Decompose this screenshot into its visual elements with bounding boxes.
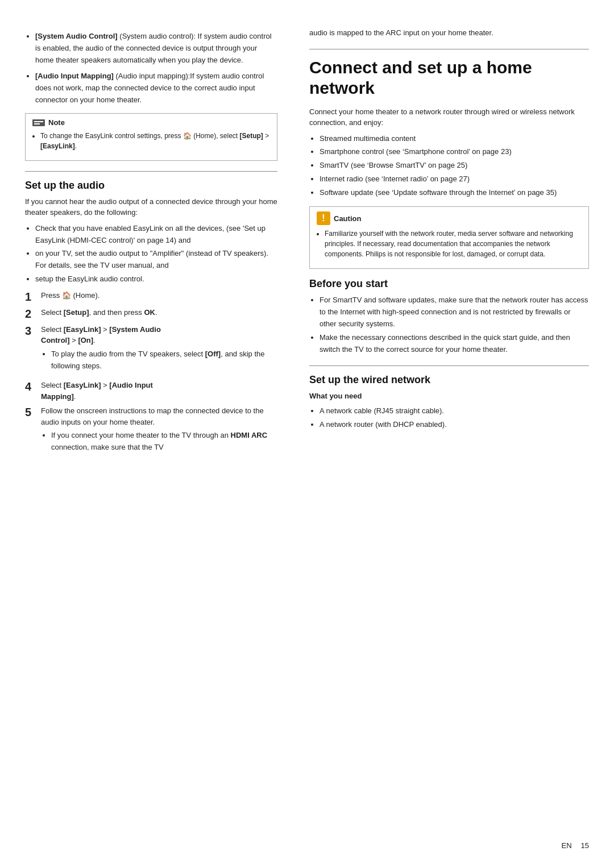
audio-mapping-label: [Audio Input Mapping]: [35, 72, 114, 80]
step-4: 4 Select [EasyLink] > [Audio InputMappin…: [25, 380, 277, 402]
before-bullet-1: Make the necessary connections described…: [320, 332, 589, 356]
network-bullet-4: Software update (see ‘Update software th…: [320, 187, 589, 199]
note-header: Note: [32, 118, 270, 127]
step-4-num: 4: [25, 380, 38, 393]
step-1-content: Press 🏠 (Home).: [41, 290, 277, 301]
wired-network-section: Set up the wired network What you need A…: [309, 374, 589, 430]
step-1: 1 Press 🏠 (Home).: [25, 290, 277, 304]
caution-box: ! Caution Familiarize yourself with the …: [309, 206, 589, 269]
need-bullet-1: A network router (with DHCP enabled).: [320, 419, 589, 431]
system-audio-label: [System Audio Control]: [35, 32, 118, 40]
page: [System Audio Control] (System audio con…: [0, 0, 614, 868]
step-5-sub: If you connect your home theater to the …: [51, 430, 277, 454]
need-bullet-0: A network cable (RJ45 straight cable).: [320, 405, 589, 417]
audio-bullet-2: setup the EasyLink audio control.: [35, 273, 277, 285]
note-list: To change the EasyLink control settings,…: [40, 131, 270, 151]
network-intro: Connect your home theater to a network r…: [309, 106, 589, 128]
set-up-audio-intro: If you cannot hear the audio output of a…: [25, 196, 277, 218]
top-bullet-list: [System Audio Control] (System audio con…: [35, 31, 277, 106]
divider-right-1: [309, 49, 589, 49]
before-you-start-section: Before you start For SmartTV and softwar…: [309, 278, 589, 355]
note-item: To change the EasyLink control settings,…: [40, 131, 270, 151]
arc-continuation: audio is mapped to the ARC input on your…: [309, 27, 589, 39]
page-footer: EN 15: [561, 841, 589, 850]
set-up-audio-title: Set up the audio: [25, 180, 277, 192]
before-bullet-0: For SmartTV and software updates, make s…: [320, 294, 589, 330]
caution-title: Caution: [334, 214, 361, 223]
step-5-content: Follow the onscreen instructions to map …: [41, 405, 277, 458]
note-box: Note To change the EasyLink control sett…: [25, 113, 277, 161]
audio-bullet-0: Check that you have enabled EasyLink on …: [35, 223, 277, 247]
network-bullet-2: SmartTV (see ‘Browse SmartTV’ on page 25…: [320, 160, 589, 172]
network-bullets: Streamed multimedia content Smartphone c…: [320, 133, 589, 199]
caution-header: ! Caution: [317, 211, 582, 225]
network-bullet-3: Internet radio (see ‘Internet radio’ on …: [320, 173, 589, 185]
step-5: 5 Follow the onscreen instructions to ma…: [25, 405, 277, 458]
set-up-audio-bullets: Check that you have enabled EasyLink on …: [35, 223, 277, 285]
step-3-sub: To play the audio from the TV speakers, …: [51, 348, 277, 372]
step-1-num: 1: [25, 290, 38, 304]
wired-network-title: Set up the wired network: [309, 374, 589, 386]
what-you-need-bullets: A network cable (RJ45 straight cable). A…: [320, 405, 589, 431]
footer-lang: EN: [561, 841, 571, 850]
step-3-content: Select [EasyLink] > [System AudioControl…: [41, 324, 277, 377]
note-title: Note: [48, 118, 65, 127]
caution-list: Familiarize yourself with the network ro…: [325, 229, 582, 259]
divider-right-2: [309, 366, 589, 366]
step-2: 2 Select [Setup], and then press OK.: [25, 307, 277, 321]
step-4-content: Select [EasyLink] > [Audio InputMapping]…: [41, 380, 277, 402]
left-column: [System Audio Control] (System audio con…: [25, 27, 298, 841]
step-2-content: Select [Setup], and then press OK.: [41, 307, 277, 318]
network-bullet-0: Streamed multimedia content: [320, 133, 589, 145]
svg-rect-1: [34, 121, 43, 122]
footer-page: 15: [581, 841, 589, 850]
step-5-num: 5: [25, 405, 38, 419]
before-you-start-title: Before you start: [309, 278, 589, 290]
note-icon: [32, 118, 45, 127]
step-3: 3 Select [EasyLink] > [System AudioContr…: [25, 324, 277, 377]
audio-bullet-1: on your TV, set the audio output to "Amp…: [35, 248, 277, 272]
right-column: audio is mapped to the ARC input on your…: [298, 27, 589, 841]
svg-rect-2: [34, 123, 40, 124]
what-you-need-title: What you need: [309, 391, 589, 402]
step-2-num: 2: [25, 307, 38, 321]
bullet-system-audio: [System Audio Control] (System audio con…: [35, 31, 277, 66]
before-you-start-bullets: For SmartTV and software updates, make s…: [320, 294, 589, 355]
step-3-num: 3: [25, 324, 38, 338]
main-title: Connect and set up a home network: [309, 57, 589, 98]
network-bullet-1: Smartphone control (see ‘Smartphone cont…: [320, 146, 589, 158]
caution-icon: !: [317, 211, 330, 225]
svg-rect-0: [32, 119, 45, 126]
set-up-audio-section: Set up the audio If you cannot hear the …: [25, 180, 277, 458]
divider-1: [25, 171, 277, 172]
caution-item-0: Familiarize yourself with the network ro…: [325, 229, 582, 259]
bullet-audio-mapping: [Audio Input Mapping] (Audio input mappi…: [35, 70, 277, 106]
